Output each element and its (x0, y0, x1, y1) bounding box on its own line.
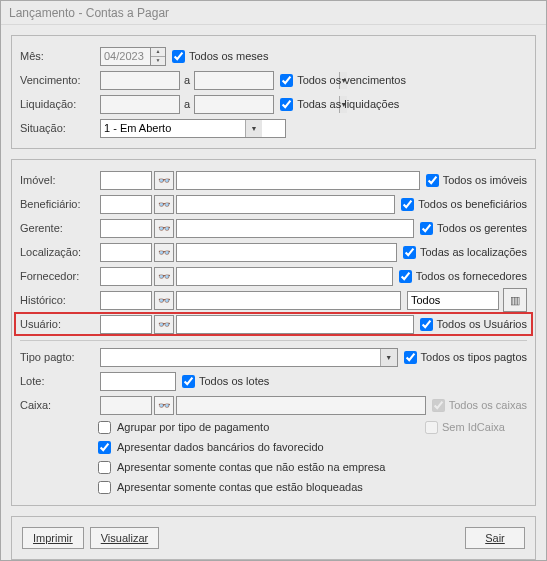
mes-input[interactable] (100, 47, 150, 66)
dropdown-icon[interactable]: ▼ (380, 349, 397, 366)
liq-todos-check[interactable]: Todas as liquidações (280, 98, 399, 111)
sit-label: Situação: (20, 122, 100, 134)
caixa-desc[interactable] (176, 396, 426, 415)
tipo-combo[interactable]: ▼ (100, 348, 398, 367)
divider (20, 340, 527, 341)
binoculars-icon: 👓 (158, 319, 170, 330)
beneficiario-code[interactable] (100, 195, 152, 214)
venc-from[interactable]: ▼ (100, 71, 180, 90)
binoculars-icon: 👓 (158, 223, 170, 234)
window-title: Lançamento - Contas a Pagar (9, 6, 169, 20)
lote-label: Lote: (20, 375, 100, 387)
usuario-todos-check[interactable]: Todos os Usuários (420, 318, 528, 331)
binoculars-icon: 👓 (158, 400, 170, 411)
historico-desc[interactable] (176, 291, 401, 310)
visualizar-button[interactable]: Visualizar (90, 527, 160, 549)
window: Lançamento - Contas a Pagar Mês: ▲▼ Todo… (0, 0, 547, 561)
imovel-code[interactable] (100, 171, 152, 190)
usuario-code[interactable] (100, 315, 152, 334)
liq-label: Liquidação: (20, 98, 100, 110)
spin-down-icon[interactable]: ▼ (151, 57, 165, 65)
caixa-label: Caixa: (20, 399, 100, 411)
apresentar-bloqueadas-check[interactable]: Apresentar somente contas que estão bloq… (98, 481, 363, 494)
gerente-label: Gerente: (20, 222, 100, 234)
mes-spinner[interactable]: ▲▼ (100, 47, 166, 66)
imovel-label: Imóvel: (20, 174, 100, 186)
fornecedor-code[interactable] (100, 267, 152, 286)
beneficiario-label: Beneficiário: (20, 198, 100, 210)
gerente-desc[interactable] (176, 219, 414, 238)
imprimir-button[interactable]: Imprimir (22, 527, 84, 549)
caixa-code[interactable] (100, 396, 152, 415)
localizacao-code[interactable] (100, 243, 152, 262)
beneficiario-todos-check[interactable]: Todos os beneficiários (401, 198, 527, 211)
imovel-lookup-button[interactable]: 👓 (154, 171, 174, 190)
historico-label: Histórico: (20, 294, 100, 306)
beneficiario-lookup-button[interactable]: 👓 (154, 195, 174, 214)
sit-combo[interactable]: ▼ (100, 119, 286, 138)
binoculars-icon: 👓 (158, 247, 170, 258)
caixa-todos-check: Todos os caixas (432, 399, 527, 412)
gerente-todos-check[interactable]: Todos os gerentes (420, 222, 527, 235)
sair-button[interactable]: Sair (465, 527, 525, 549)
venc-todos-check[interactable]: Todos os vencimentos (280, 74, 406, 87)
fornecedor-label: Fornecedor: (20, 270, 100, 282)
apresentar-nao-empresa-check[interactable]: Apresentar somente contas que não estão … (98, 461, 385, 474)
historico-code[interactable] (100, 291, 152, 310)
fornecedor-lookup-button[interactable]: 👓 (154, 267, 174, 286)
dropdown-icon[interactable]: ▼ (245, 120, 262, 137)
sem-idcaixa-check: Sem IdCaixa (425, 421, 505, 434)
binoculars-icon: 👓 (158, 175, 170, 186)
usuario-desc[interactable] (176, 315, 414, 334)
historico-lookup-button[interactable]: 👓 (154, 291, 174, 310)
document-icon: ▥ (510, 294, 520, 307)
imovel-desc[interactable] (176, 171, 420, 190)
liq-from[interactable]: ▼ (100, 95, 180, 114)
binoculars-icon: 👓 (158, 271, 170, 282)
footer: Imprimir Visualizar Sair (11, 516, 536, 560)
agrupar-check[interactable]: Agrupar por tipo de pagamento (98, 421, 269, 434)
mes-todos-check[interactable]: Todos os meses (172, 50, 268, 63)
spin-up-icon[interactable]: ▲ (151, 48, 165, 57)
lote-input[interactable] (100, 372, 176, 391)
historico-combo[interactable]: ▼ (407, 291, 499, 310)
gerente-code[interactable] (100, 219, 152, 238)
usuario-row-highlight: Usuário: 👓 Todos os Usuários (14, 312, 533, 336)
liq-to[interactable]: ▼ (194, 95, 274, 114)
tipo-label: Tipo pagto: (20, 351, 100, 363)
apresentar-bancarios-check[interactable]: Apresentar dados bancários do favorecido (98, 441, 324, 454)
separator-a: a (184, 74, 190, 86)
venc-label: Vencimento: (20, 74, 100, 86)
localizacao-lookup-button[interactable]: 👓 (154, 243, 174, 262)
imovel-todos-check[interactable]: Todos os imóveis (426, 174, 527, 187)
title-bar: Lançamento - Contas a Pagar (1, 1, 546, 25)
spin-buttons[interactable]: ▲▼ (150, 47, 166, 66)
binoculars-icon: 👓 (158, 199, 170, 210)
usuario-label: Usuário: (20, 318, 100, 330)
venc-to[interactable]: ▼ (194, 71, 274, 90)
binoculars-icon: 👓 (158, 295, 170, 306)
localizacao-label: Localização: (20, 246, 100, 258)
caixa-lookup-button[interactable]: 👓 (154, 396, 174, 415)
historico-extra-button[interactable]: ▥ (503, 288, 527, 312)
usuario-lookup-button[interactable]: 👓 (154, 315, 174, 334)
lote-todos-check[interactable]: Todos os lotes (182, 375, 269, 388)
beneficiario-desc[interactable] (176, 195, 395, 214)
localizacao-desc[interactable] (176, 243, 397, 262)
fornecedor-desc[interactable] (176, 267, 393, 286)
localizacao-todos-check[interactable]: Todas as localizações (403, 246, 527, 259)
gerente-lookup-button[interactable]: 👓 (154, 219, 174, 238)
main-group: Imóvel: 👓 Todos os imóveis Beneficiário:… (11, 159, 536, 506)
fornecedor-todos-check[interactable]: Todos os fornecedores (399, 270, 527, 283)
separator-a: a (184, 98, 190, 110)
mes-label: Mês: (20, 50, 100, 62)
tipo-todos-check[interactable]: Todos os tipos pagtos (404, 351, 527, 364)
filter-group: Mês: ▲▼ Todos os meses Vencimento: ▼ a ▼… (11, 35, 536, 149)
